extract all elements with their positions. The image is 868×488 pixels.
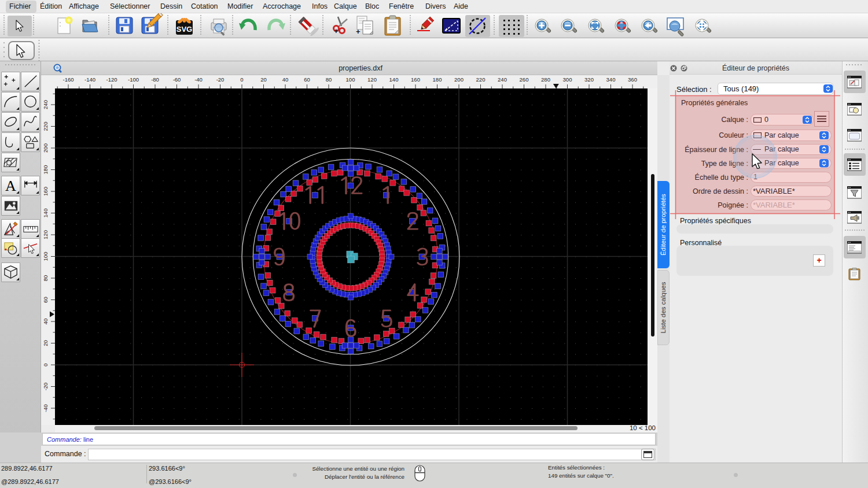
- svg-text:160: 160: [411, 76, 420, 83]
- svg-text:-160: -160: [62, 76, 73, 83]
- svg-text:200: 200: [42, 143, 49, 153]
- svg-text:+: +: [356, 27, 361, 36]
- svg-text:120: 120: [42, 230, 49, 239]
- svg-text:200: 200: [454, 76, 464, 83]
- svg-text:0: 0: [42, 363, 49, 366]
- svg-text:-40: -40: [42, 404, 49, 412]
- svg-text:240: 240: [498, 76, 507, 83]
- svg-text:280: 280: [541, 76, 550, 83]
- svg-text:40: 40: [42, 319, 49, 325]
- svg-text:360: 360: [628, 76, 637, 83]
- svg-text:A: A: [5, 178, 16, 194]
- svg-text:120: 120: [367, 76, 377, 83]
- svg-text:140: 140: [42, 209, 49, 218]
- svg-text:340: 340: [606, 76, 616, 83]
- svg-text:-20: -20: [42, 383, 49, 391]
- svg-text:100: 100: [42, 252, 49, 261]
- svg-text:20: 20: [260, 76, 267, 83]
- svg-text:-120: -120: [106, 76, 117, 83]
- svg-text:240: 240: [42, 100, 49, 109]
- svg-text:60: 60: [304, 76, 310, 83]
- svg-text:20: 20: [42, 340, 49, 346]
- svg-text:-100: -100: [128, 76, 139, 83]
- svg-text:+: +: [334, 27, 339, 35]
- svg-text:80: 80: [42, 275, 49, 282]
- svg-text:220: 220: [42, 122, 49, 131]
- svg-text:80: 80: [326, 76, 332, 83]
- svg-text:-40: -40: [194, 76, 203, 83]
- svg-text:60: 60: [42, 297, 49, 303]
- svg-text:-80: -80: [151, 76, 159, 83]
- svg-text:-140: -140: [84, 76, 95, 83]
- svg-text:260: 260: [520, 76, 529, 83]
- svg-text:320: 320: [584, 76, 594, 83]
- svg-text:-20: -20: [216, 76, 225, 83]
- svg-text:-60: -60: [173, 76, 181, 83]
- svg-text:100: 100: [346, 76, 355, 83]
- svg-text:SVG: SVG: [176, 25, 192, 34]
- svg-text:180: 180: [433, 76, 442, 83]
- svg-text:140: 140: [389, 76, 399, 83]
- svg-text:0: 0: [240, 76, 243, 83]
- svg-text:180: 180: [42, 165, 49, 175]
- svg-text:160: 160: [42, 187, 49, 196]
- svg-text:220: 220: [476, 76, 486, 83]
- svg-text:300: 300: [563, 76, 572, 83]
- svg-text:40: 40: [282, 76, 289, 83]
